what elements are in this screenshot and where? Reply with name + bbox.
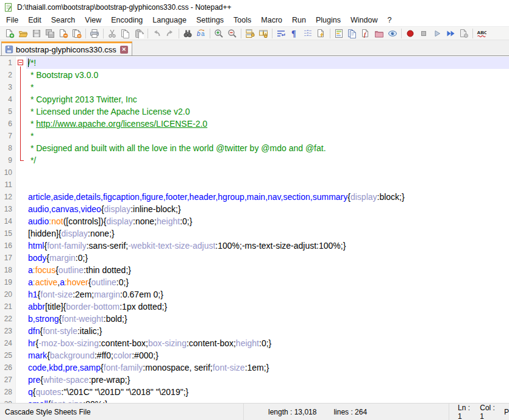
line-number[interactable]: 18 [0, 264, 16, 276]
line-number[interactable]: 19 [0, 276, 16, 288]
code-text[interactable]: * [26, 130, 509, 142]
document-list-icon[interactable] [346, 27, 359, 40]
line-number[interactable]: 1 [0, 57, 16, 69]
menu-item-tools[interactable]: Tools [229, 15, 256, 26]
spell-check-icon[interactable]: ABC [475, 27, 488, 40]
line-number[interactable]: 7 [0, 130, 16, 142]
code-text[interactable]: body{margin:0;} [26, 252, 509, 264]
line-number[interactable]: 10 [0, 166, 16, 179]
code-text[interactable]: small{font-size:80%;} [26, 398, 509, 403]
code-text[interactable]: dfn{font-style:italic;} [26, 325, 509, 337]
folder-as-workspace-icon[interactable] [372, 27, 386, 40]
menu-item-file[interactable]: File [1, 15, 23, 26]
document-map-icon[interactable] [332, 27, 346, 40]
menu-item-help[interactable]: ? [382, 15, 396, 26]
line-number[interactable]: 17 [0, 252, 16, 264]
tab-bootstrap-glyphicons330[interactable]: bootstrap-glyphicons330.css ✕ [1, 41, 132, 55]
code-text[interactable]: html{font-family:sans-serif;-webkit-text… [26, 240, 509, 252]
menu-item-window[interactable]: Window [346, 15, 382, 26]
code-text[interactable]: * Bootstrap v3.0.0 [26, 69, 509, 81]
menu-item-view[interactable]: View [80, 15, 106, 26]
code-editor[interactable]: 1/*!2 * Bootstrap v3.0.03 *4 * Copyright… [0, 57, 509, 403]
code-text[interactable]: article,aside,details,figcaption,figure,… [26, 191, 509, 203]
line-number[interactable]: 2 [0, 69, 16, 81]
menu-item-plugins[interactable]: Plugins [311, 15, 346, 26]
line-number[interactable]: 20 [0, 288, 16, 301]
line-number[interactable]: 27 [0, 374, 16, 386]
line-number[interactable]: 13 [0, 203, 16, 215]
code-text[interactable]: hr{-moz-box-sizing:content-box;box-sizin… [26, 337, 509, 349]
code-text[interactable]: * Licensed under the Apache License v2.0 [26, 105, 509, 118]
line-number[interactable]: 15 [0, 227, 16, 240]
code-text[interactable]: * Copyright 2013 Twitter, Inc [26, 93, 509, 105]
word-wrap-icon[interactable] [274, 27, 288, 40]
line-number[interactable]: 5 [0, 105, 16, 118]
redo-icon[interactable] [163, 27, 177, 40]
code-text[interactable] [26, 179, 509, 191]
sync-vertical-scroll-icon[interactable] [243, 27, 257, 40]
macro-record-icon[interactable] [404, 27, 417, 40]
code-text[interactable]: * Designed and built with all the love i… [26, 142, 509, 154]
code-text[interactable]: * [26, 81, 509, 93]
code-text[interactable]: audio,canvas,video{display:inline-block;… [26, 203, 509, 215]
code-text[interactable]: a:focus{outline:thin dotted;} [26, 264, 509, 276]
sync-horizontal-scroll-icon[interactable] [257, 27, 270, 40]
line-number[interactable]: 9 [0, 154, 16, 166]
line-number[interactable]: 14 [0, 215, 16, 227]
code-text[interactable]: b,strong{font-weight:bold;} [26, 313, 509, 325]
line-number[interactable]: 11 [0, 179, 16, 191]
menu-item-run[interactable]: Run [287, 15, 311, 26]
close-all-icon[interactable] [70, 27, 84, 40]
macro-save-icon[interactable] [457, 27, 471, 40]
code-text[interactable]: audio:not([controls]){display:none;heigh… [26, 215, 509, 227]
menu-item-edit[interactable]: Edit [23, 15, 46, 26]
code-text[interactable]: a:active,a:hover{outline:0;} [26, 276, 509, 288]
paste-icon[interactable] [132, 27, 146, 40]
show-all-characters-icon[interactable]: ¶ [288, 27, 301, 40]
code-text[interactable]: h1{font-size:2em;margin:0.67em 0;} [26, 288, 509, 301]
code-text[interactable]: [hidden]{display:none;} [26, 227, 509, 240]
cut-icon[interactable] [105, 27, 119, 40]
line-number[interactable]: 23 [0, 325, 16, 337]
line-number[interactable]: 6 [0, 118, 16, 130]
code-text[interactable]: */ [26, 154, 509, 166]
code-text[interactable]: mark{background:#ff0;color:#000;} [26, 349, 509, 361]
code-text[interactable]: code,kbd,pre,samp{font-family:monospace,… [26, 361, 509, 374]
undo-icon[interactable] [150, 27, 163, 40]
line-number[interactable]: 4 [0, 93, 16, 105]
menu-item-macro[interactable]: Macro [256, 15, 287, 26]
menu-item-search[interactable]: Search [46, 15, 80, 26]
line-number[interactable]: 29 [0, 398, 16, 403]
line-number[interactable]: 3 [0, 81, 16, 93]
menu-item-settings[interactable]: Settings [191, 15, 229, 26]
line-number[interactable]: 26 [0, 361, 16, 374]
line-number[interactable]: 28 [0, 386, 16, 398]
new-file-icon[interactable] [3, 27, 16, 40]
define-language-icon[interactable] [315, 27, 328, 40]
fold-margin-open[interactable] [16, 57, 26, 69]
zoom-out-icon[interactable] [226, 27, 239, 40]
line-number[interactable]: 25 [0, 349, 16, 361]
find-icon[interactable] [181, 27, 194, 40]
save-all-icon[interactable] [43, 27, 57, 40]
line-number[interactable]: 21 [0, 301, 16, 313]
close-file-icon[interactable] [57, 27, 70, 40]
copy-icon[interactable] [119, 27, 132, 40]
code-text[interactable]: abbr[title]{border-bottom:1px dotted;} [26, 301, 509, 313]
line-number[interactable]: 12 [0, 191, 16, 203]
code-text[interactable] [26, 166, 509, 179]
save-file-icon[interactable] [30, 27, 43, 40]
line-number[interactable]: 8 [0, 142, 16, 154]
macro-play-icon[interactable] [430, 27, 444, 40]
line-number[interactable]: 24 [0, 337, 16, 349]
menu-item-language[interactable]: Language [148, 15, 191, 26]
macro-stop-icon[interactable] [417, 27, 430, 40]
code-text[interactable]: q{quotes:"\201C" "\201D" "\2018" "\2019"… [26, 386, 509, 398]
open-file-icon[interactable] [16, 27, 30, 40]
function-list-icon[interactable]: f [359, 27, 372, 40]
tab-close-icon[interactable]: ✕ [120, 46, 128, 54]
fold-collapse-icon[interactable] [18, 60, 23, 65]
print-icon[interactable] [88, 27, 101, 40]
line-number[interactable]: 22 [0, 313, 16, 325]
show-indent-guide-icon[interactable] [301, 27, 315, 40]
